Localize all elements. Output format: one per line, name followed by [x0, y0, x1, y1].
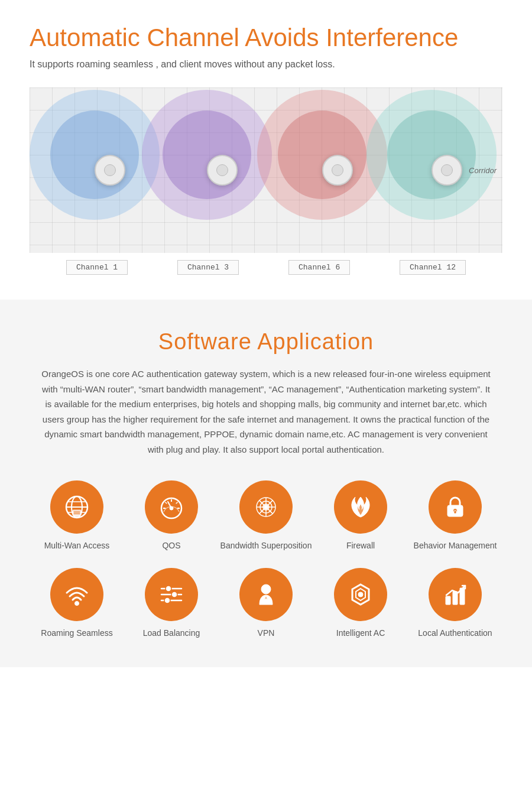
bandwidth-label: Bandwidth Superposition [220, 541, 312, 550]
ap-device-4 [432, 155, 462, 186]
multi-wan-icon-circle [50, 480, 103, 534]
wifi-icon [62, 580, 92, 609]
svg-point-31 [171, 592, 177, 597]
svg-point-23 [264, 505, 268, 509]
channel-2 [207, 155, 238, 186]
load-balancing-label: Load Balancing [143, 628, 200, 638]
channel-4 [432, 155, 462, 186]
spider-icon [251, 492, 281, 522]
channel-label-2: Channel 3 [177, 260, 239, 275]
svg-rect-6 [74, 515, 79, 517]
channel-diagram: Corridor [30, 87, 502, 253]
load-balancing-icon-circle [145, 568, 198, 621]
feature-local-auth: Local Authentication [408, 568, 502, 638]
vpn-label: VPN [258, 628, 275, 638]
feature-vpn: VPN [219, 568, 313, 638]
svg-point-34 [261, 584, 271, 594]
channel-label-1: Channel 1 [66, 260, 128, 275]
corridor-label: Corridor [469, 166, 497, 175]
software-section: Software Application OrangeOS is one cor… [0, 300, 532, 667]
fire-icon [346, 492, 375, 522]
feature-roaming: Roaming Seamless [30, 568, 124, 638]
svg-point-33 [164, 597, 170, 603]
multi-wan-label: Multi-Wan Access [44, 541, 110, 550]
svg-rect-39 [446, 596, 450, 605]
channel-label-3: Channel 6 [288, 260, 350, 275]
ap-device-3 [322, 155, 353, 186]
feature-qos: QOS [124, 480, 219, 550]
svg-rect-26 [454, 511, 456, 514]
qos-label: QOS [162, 541, 180, 550]
person-icon [251, 580, 281, 609]
channel-label-4: Channel 12 [400, 260, 466, 275]
ap-device-2 [207, 155, 238, 186]
feature-bandwidth: Bandwidth Superposition [219, 480, 313, 550]
software-description: OrangeOS is one core AC authentication g… [41, 366, 491, 457]
local-auth-icon-circle [429, 568, 482, 621]
speedometer-icon [157, 492, 186, 522]
software-title: Software Application [24, 329, 508, 355]
channel-title: Automatic Channel Avoids Interference [30, 24, 502, 52]
channel-3 [322, 155, 353, 186]
firewall-label: Firewall [346, 541, 375, 550]
behavior-label: Behavior Management [414, 541, 497, 550]
channel-section: Automatic Channel Avoids Interference It… [0, 0, 532, 300]
bandwidth-icon-circle [239, 480, 293, 534]
globe-icon [62, 492, 92, 522]
svg-point-27 [75, 602, 79, 606]
qos-icon-circle [145, 480, 198, 534]
roaming-label: Roaming Seamless [41, 628, 112, 638]
intelligent-ac-label: Intelligent AC [336, 628, 385, 638]
roaming-icon-circle [50, 568, 103, 621]
feature-load-balancing: Load Balancing [124, 568, 219, 638]
feature-multi-wan: Multi-Wan Access [30, 480, 124, 550]
channel-1 [95, 155, 125, 186]
behavior-icon-circle [429, 480, 482, 534]
ap-device-1 [95, 155, 125, 186]
svg-rect-7 [73, 511, 80, 515]
channel-labels: Channel 1 Channel 3 Channel 6 Channel 12 [30, 253, 502, 282]
feature-firewall: Firewall [313, 480, 408, 550]
hexagon-icon [346, 580, 375, 609]
lock-icon [440, 492, 470, 522]
firewall-icon-circle [334, 480, 387, 534]
features-row-1: Multi-Wan Access [24, 480, 508, 550]
vpn-icon-circle [239, 568, 293, 621]
svg-line-13 [176, 502, 178, 504]
channel-subtitle: It supports roaming seamless , and clien… [30, 59, 502, 70]
intelligent-ac-icon-circle [334, 568, 387, 621]
svg-line-12 [166, 502, 167, 504]
feature-behavior: Behavior Management [408, 480, 502, 550]
feature-intelligent-ac: Intelligent AC [313, 568, 408, 638]
chart-icon [440, 580, 470, 609]
local-auth-label: Local Authentication [418, 628, 492, 638]
svg-point-38 [358, 592, 363, 597]
sliders-icon [157, 580, 186, 609]
svg-rect-40 [453, 592, 458, 605]
features-row-2: Roaming Seamless Load Balancing [24, 568, 508, 638]
svg-point-29 [166, 586, 171, 592]
